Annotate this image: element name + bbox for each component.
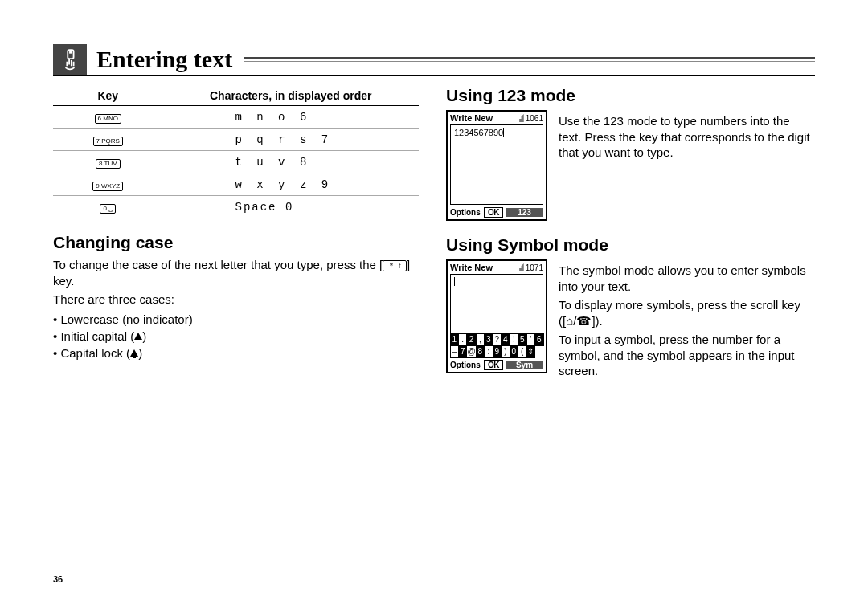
section-title: Entering text (87, 46, 232, 73)
phonekey-icon: 8 TUV (96, 159, 121, 169)
screen-body: 1234567890 (450, 124, 543, 205)
table-row: 0 ␣ Space 0 (53, 196, 419, 218)
symbol-para2: To display more symbols, press the scrol… (559, 297, 812, 329)
symbol-cell: ⇕ (526, 345, 535, 358)
table-row: 6 MNO m n o 6 (53, 106, 419, 129)
softkeys: Options OK 123 (450, 207, 543, 218)
screen-title: Write New (450, 263, 493, 272)
svg-rect-0 (68, 50, 73, 59)
memory-icon (518, 263, 524, 271)
table-row: 7 PQRS p q r s 7 (53, 129, 419, 151)
softkey-right-mode: Sym (506, 361, 543, 369)
key-characters-table: Key Characters, in displayed order 6 MNO… (53, 86, 419, 218)
softkey-right-mode: 123 (506, 208, 543, 217)
softkey-left: Options (450, 208, 481, 217)
char-count: 1071 (526, 263, 543, 272)
th-chars: Characters, in displayed order (163, 86, 420, 106)
symbol-cell: 6 (534, 333, 543, 346)
phone-screen-123: Write New 1061 1234567890 Options OK 123 (446, 110, 547, 221)
list-item: Lowercase (no indicator) (53, 311, 419, 328)
changing-case-heading: Changing case (53, 233, 419, 252)
char-count: 1061 (526, 114, 543, 123)
softkey-left: Options (450, 361, 481, 369)
phonekey-icon: 0 ␣ (100, 204, 116, 214)
phonekey-icon: 7 PQRS (93, 137, 123, 146)
scroll-key-icon: ⌂/☎ (566, 314, 592, 328)
star-key-icon: ＊ ↑ (383, 260, 407, 271)
shift-lock-icon (130, 349, 138, 357)
header-rule (244, 57, 815, 62)
screen-title: Write New (450, 113, 493, 123)
hand-key-icon (53, 44, 87, 75)
using-123-heading: Using 123 mode (446, 86, 812, 105)
mode123-text: Use the 123 mode to type numbers into th… (559, 113, 812, 161)
using-symbol-heading: Using Symbol mode (446, 235, 812, 255)
left-column: Key Characters, in displayed order 6 MNO… (53, 86, 419, 382)
table-row: 8 TUV t u v 8 (53, 151, 419, 173)
text-cursor-icon (454, 277, 455, 286)
section-header: Entering text (53, 44, 815, 76)
phonekey-icon: 6 MNO (95, 114, 121, 124)
symbol-para3: To input a symbol, press the number for … (559, 332, 812, 379)
memory-icon (518, 114, 524, 122)
svg-rect-1 (69, 51, 72, 54)
screen-body (450, 274, 543, 333)
phone-screen-symbol: Write New 1071 1.2,3?4!5'6–7@8:9)0(⇕ Opt… (446, 259, 547, 373)
symbol-grid: 1.2,3?4!5'6–7@8:9)0(⇕ (450, 333, 543, 357)
phonekey-icon: 9 WXYZ (92, 182, 123, 191)
shift-up-icon (134, 333, 142, 340)
table-row: 9 WXYZ w x y z 9 (53, 173, 419, 196)
symbol-para1: The symbol mode allows you to enter symb… (559, 263, 812, 294)
th-key: Key (53, 86, 163, 106)
changing-case-para2: There are three cases: (53, 292, 419, 308)
text-cursor-icon (503, 128, 504, 137)
right-column: Using 123 mode Write New 1061 1234567890… (446, 86, 812, 382)
page-number: 36 (53, 574, 63, 584)
softkeys: Options OK Sym (450, 360, 543, 370)
softkey-ok: OK (484, 207, 503, 218)
list-item: Capital lock () (53, 345, 419, 361)
changing-case-para1: To change the case of the next letter th… (53, 257, 419, 288)
case-list: Lowercase (no indicator) Initial capital… (53, 311, 419, 361)
list-item: Initial capital () (53, 328, 419, 345)
softkey-ok: OK (484, 360, 503, 370)
